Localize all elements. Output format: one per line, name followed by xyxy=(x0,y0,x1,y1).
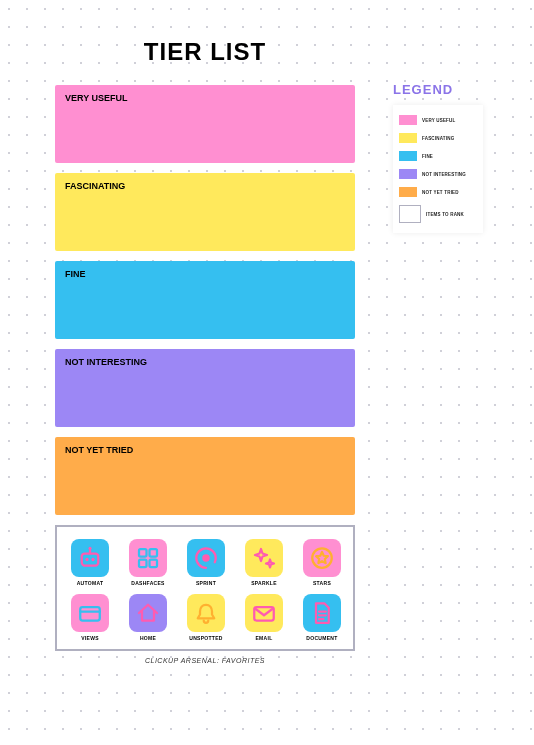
grid-icon xyxy=(129,539,167,577)
svg-point-9 xyxy=(202,554,210,562)
card-icon xyxy=(71,594,109,632)
tier-container: VERY USEFUL FASCINATING FINE NOT INTERES… xyxy=(55,85,355,664)
arsenal-item[interactable]: DASHFACES xyxy=(123,539,173,586)
bell-icon xyxy=(187,594,225,632)
arsenal-item[interactable]: STARS xyxy=(297,539,347,586)
svg-rect-7 xyxy=(139,560,147,568)
legend-row-placeholder: ITEMS TO RANK xyxy=(399,205,477,223)
legend-row: VERY USEFUL xyxy=(399,115,477,125)
arsenal-item-label: SPARKLE xyxy=(251,580,277,586)
home-icon xyxy=(129,594,167,632)
legend-swatch-placeholder xyxy=(399,205,421,223)
arsenal-item[interactable]: SPRINT xyxy=(181,539,231,586)
legend-swatch xyxy=(399,115,417,125)
arsenal-item[interactable]: UNSPOTTED xyxy=(181,594,231,641)
robot-icon xyxy=(71,539,109,577)
arsenal-item[interactable]: HOME xyxy=(123,594,173,641)
arsenal-item-label: DASHFACES xyxy=(131,580,165,586)
star-icon xyxy=(303,539,341,577)
svg-point-1 xyxy=(85,558,88,561)
target-icon xyxy=(187,539,225,577)
legend-label: ITEMS TO RANK xyxy=(426,212,464,217)
legend-row: FINE xyxy=(399,151,477,161)
mail-icon xyxy=(245,594,283,632)
arsenal-item-label: AUTOMAT xyxy=(77,580,104,586)
arsenal-item[interactable]: SPARKLE xyxy=(239,539,289,586)
arsenal-item-label: VIEWS xyxy=(81,635,99,641)
page: TIER LIST VERY USEFUL FASCINATING FINE N… xyxy=(0,0,534,745)
arsenal-box: AUTOMATDASHFACESSPRINTSPARKLESTARSVIEWSH… xyxy=(55,525,355,651)
legend-label: FINE xyxy=(422,154,433,159)
legend-label: NOT YET TRIED xyxy=(422,190,459,195)
svg-rect-11 xyxy=(80,607,100,621)
arsenal-item-label: HOME xyxy=(140,635,156,641)
legend-label: FASCINATING xyxy=(422,136,454,141)
doc-icon xyxy=(303,594,341,632)
page-title: TIER LIST xyxy=(50,38,360,66)
tier-row[interactable]: VERY USEFUL xyxy=(55,85,355,163)
tier-label: NOT YET TRIED xyxy=(65,445,133,455)
arsenal-item[interactable]: VIEWS xyxy=(65,594,115,641)
legend-swatch xyxy=(399,151,417,161)
arsenal-item-label: SPRINT xyxy=(196,580,216,586)
tier-label: FASCINATING xyxy=(65,181,125,191)
svg-point-2 xyxy=(91,558,94,561)
legend: LEGEND VERY USEFULFASCINATINGFINENOT INT… xyxy=(393,82,508,233)
arsenal-item[interactable]: AUTOMAT xyxy=(65,539,115,586)
tier-row[interactable]: FASCINATING xyxy=(55,173,355,251)
arsenal-item[interactable]: EMAIL xyxy=(239,594,289,641)
tier-row[interactable]: FINE xyxy=(55,261,355,339)
arsenal-item-label: UNSPOTTED xyxy=(189,635,223,641)
legend-label: VERY USEFUL xyxy=(422,118,455,123)
legend-label: NOT INTERESTING xyxy=(422,172,466,177)
legend-row: NOT INTERESTING xyxy=(399,169,477,179)
arsenal-item-label: EMAIL xyxy=(255,635,272,641)
tier-row[interactable]: NOT YET TRIED xyxy=(55,437,355,515)
tier-label: FINE xyxy=(65,269,86,279)
svg-rect-5 xyxy=(139,549,147,557)
tier-label: VERY USEFUL xyxy=(65,93,128,103)
arsenal-item-label: STARS xyxy=(313,580,331,586)
legend-swatch xyxy=(399,169,417,179)
arsenal-item-label: DOCUMENT xyxy=(306,635,337,641)
svg-rect-6 xyxy=(150,549,158,557)
tier-row[interactable]: NOT INTERESTING xyxy=(55,349,355,427)
svg-rect-0 xyxy=(82,554,99,566)
legend-card: VERY USEFULFASCINATINGFINENOT INTERESTIN… xyxy=(393,105,483,233)
legend-swatch xyxy=(399,133,417,143)
sparkle-icon xyxy=(245,539,283,577)
legend-title: LEGEND xyxy=(393,82,508,97)
svg-point-4 xyxy=(89,547,92,550)
arsenal-grid: AUTOMATDASHFACESSPRINTSPARKLESTARSVIEWSH… xyxy=(65,539,345,641)
tier-label: NOT INTERESTING xyxy=(65,357,147,367)
arsenal-item[interactable]: DOCUMENT xyxy=(297,594,347,641)
svg-rect-8 xyxy=(150,560,158,568)
legend-row: FASCINATING xyxy=(399,133,477,143)
legend-swatch xyxy=(399,187,417,197)
arsenal-caption: CLICKUP ARSENAL: FAVORITES xyxy=(55,657,355,664)
legend-row: NOT YET TRIED xyxy=(399,187,477,197)
